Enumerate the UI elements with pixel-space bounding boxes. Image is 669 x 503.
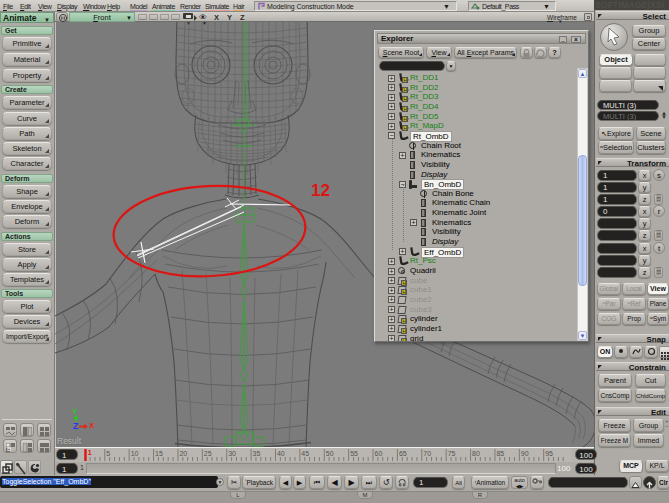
svg-text:80: 80 — [472, 450, 480, 457]
svg-text:10: 10 — [131, 450, 139, 457]
svg-text:70: 70 — [423, 450, 431, 457]
svg-text:15: 15 — [155, 450, 163, 457]
svg-text:65: 65 — [399, 450, 407, 457]
svg-text:35: 35 — [253, 450, 261, 457]
svg-text:1: 1 — [88, 449, 92, 456]
svg-text:25: 25 — [204, 450, 212, 457]
svg-text:60: 60 — [375, 450, 383, 457]
svg-text:Z: Z — [73, 421, 79, 431]
svg-text:90: 90 — [521, 450, 529, 457]
svg-text:30: 30 — [228, 450, 236, 457]
svg-text:55: 55 — [350, 450, 358, 457]
svg-text:85: 85 — [496, 450, 504, 457]
svg-text:75: 75 — [448, 450, 456, 457]
svg-text:X: X — [89, 421, 95, 430]
svg-text:45: 45 — [301, 450, 309, 457]
svg-text:95: 95 — [545, 450, 553, 457]
svg-text:50: 50 — [326, 450, 334, 457]
svg-text:Y: Y — [72, 407, 78, 416]
svg-text:12: 12 — [311, 181, 330, 200]
svg-text:20: 20 — [179, 450, 187, 457]
svg-text:5: 5 — [106, 450, 110, 457]
svg-text:B: B — [7, 446, 11, 452]
svg-text:40: 40 — [277, 450, 285, 457]
